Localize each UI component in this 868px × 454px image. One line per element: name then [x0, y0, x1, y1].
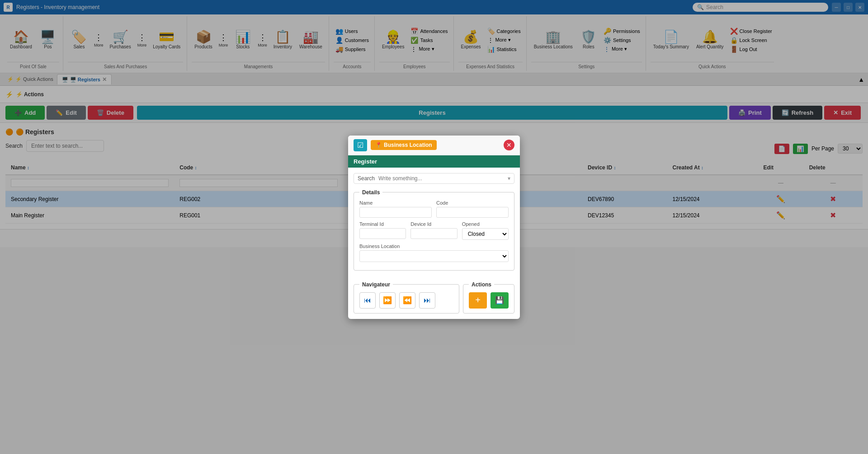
terminal-col: Terminal Id — [359, 221, 406, 240]
actions-legend: Actions — [469, 281, 494, 288]
nav-first-button[interactable]: ⏮ — [359, 292, 376, 309]
details-fieldset: Details Name Code Terminal Id — [354, 189, 514, 271]
modal-bottom: Navigateur ⏮ ⏩ ⏪ ⏭ Actions + 💾 — [348, 281, 520, 319]
code-input[interactable] — [436, 207, 509, 218]
device-col: Device Id — [410, 221, 457, 240]
terminal-device-opened-row: Terminal Id Device Id Opened Closed Open — [359, 221, 509, 240]
name-code-row: Name Code — [359, 200, 509, 218]
modal-overlay[interactable]: ☑ 📍 Business Location ✕ Register Search … — [0, 0, 868, 454]
modal-title-bar: Register — [348, 155, 520, 168]
business-location-row: Business Location — [359, 243, 509, 262]
modal-search-input[interactable] — [378, 175, 508, 182]
modal-header: ☑ 📍 Business Location ✕ — [348, 136, 520, 155]
location-icon: 📍 — [375, 142, 382, 148]
modal-body: Search ▾ Details Name Code — [348, 168, 520, 281]
device-id-input[interactable] — [410, 228, 457, 239]
details-legend: Details — [359, 189, 382, 196]
register-modal: ☑ 📍 Business Location ✕ Register Search … — [348, 136, 520, 319]
opened-select[interactable]: Closed Open — [462, 228, 509, 240]
modal-search-row: Search ▾ — [354, 173, 514, 184]
modal-close-button[interactable]: ✕ — [504, 140, 514, 150]
business-location-select[interactable] — [359, 250, 509, 262]
name-input[interactable] — [359, 207, 432, 218]
modal-save-button[interactable]: 💾 — [491, 292, 509, 309]
nav-prev-button[interactable]: ⏪ — [399, 292, 415, 309]
modal-search-dropdown-icon: ▾ — [508, 175, 510, 182]
opened-col: Opened Closed Open — [462, 221, 509, 240]
navigateur-legend: Navigateur — [359, 281, 393, 288]
code-col: Code — [436, 200, 509, 218]
modal-add-button[interactable]: + — [469, 292, 487, 309]
nav-next-button[interactable]: ⏩ — [379, 292, 396, 309]
business-location-col: Business Location — [359, 243, 509, 262]
actions-fieldset: Actions + 💾 — [463, 281, 514, 314]
nav-last-button[interactable]: ⏭ — [419, 292, 435, 309]
modal-check-button[interactable]: ☑ — [354, 139, 367, 151]
navigateur-fieldset: Navigateur ⏮ ⏩ ⏪ ⏭ — [354, 281, 459, 314]
modal-location-button[interactable]: 📍 Business Location — [371, 140, 437, 150]
terminal-id-input[interactable] — [359, 228, 406, 239]
name-col: Name — [359, 200, 432, 218]
